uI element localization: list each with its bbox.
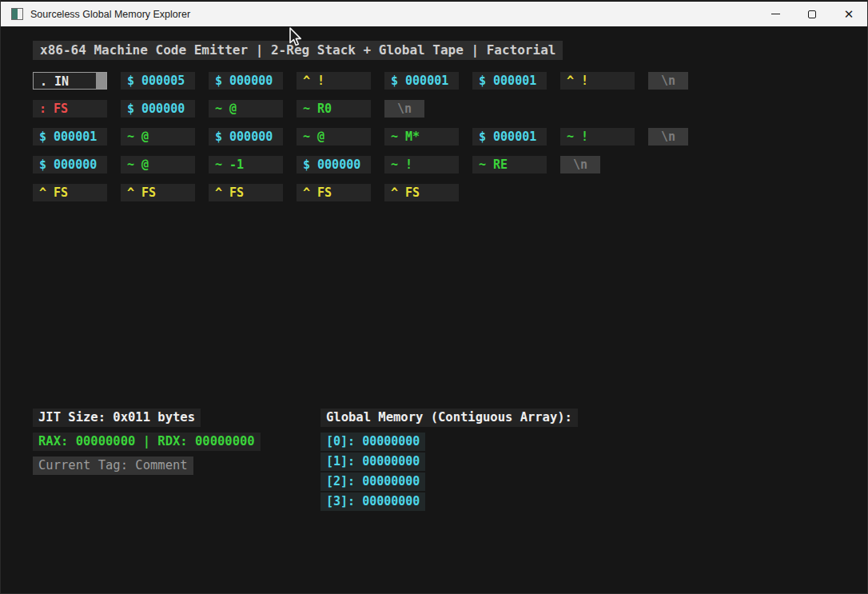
token-text: $ 000000 (215, 130, 273, 144)
token-text: ~ @ (215, 102, 237, 116)
token-cell[interactable]: ^ FS (384, 184, 459, 201)
window-title: Sourceless Global Memory Explorer (30, 9, 757, 20)
token-text: ^ ! (567, 74, 588, 88)
newline-token[interactable]: \n (648, 72, 688, 90)
token-text: . IN (40, 74, 69, 89)
token-cell[interactable]: ^ FS (209, 184, 283, 201)
token-text: : FS (39, 102, 68, 116)
token-cell[interactable]: $ 000005 (121, 72, 195, 90)
minimize-button[interactable] (757, 2, 794, 26)
memory-entry: [1]: 00000000 (321, 452, 425, 471)
token-row: $ 000001~ @$ 000000~ @~ M*$ 000001~ !\n (33, 128, 688, 146)
token-cell[interactable]: $ 000000 (33, 156, 107, 173)
token-text: $ 000001 (479, 74, 536, 88)
token-text: ~ RE (479, 157, 508, 172)
token-cell[interactable]: : FS (33, 100, 107, 118)
token-cell[interactable]: ~ @ (121, 156, 195, 173)
token-text: ^ FS (391, 185, 420, 200)
newline-token[interactable]: \n (384, 100, 424, 118)
token-cell[interactable]: ~ M* (384, 128, 459, 146)
token-row: $ 000000~ @~ -1$ 000000~ !~ RE\n (33, 156, 688, 173)
token-cell[interactable]: ^ FS (33, 184, 107, 201)
token-cell[interactable]: $ 000001 (472, 72, 547, 90)
token-text: ~ @ (127, 130, 149, 144)
memory-entry: [0]: 00000000 (321, 433, 425, 451)
token-cell[interactable]: $ 000001 (384, 72, 459, 90)
token-text: $ 000001 (39, 130, 97, 144)
token-text: $ 000001 (391, 74, 448, 88)
newline-token[interactable]: \n (560, 156, 600, 173)
token-text: \n (661, 130, 675, 144)
token-text: $ 000001 (479, 130, 536, 144)
token-text: \n (573, 157, 587, 172)
token-text: \n (397, 102, 412, 116)
token-cell[interactable]: ~ ! (384, 156, 459, 173)
token-text: $ 000000 (127, 102, 185, 116)
token-text: $ 000005 (127, 74, 185, 88)
token-text: ^ FS (215, 185, 244, 200)
titlebar[interactable]: Sourceless Global Memory Explorer ✕ (1, 1, 867, 26)
token-text: ~ ! (391, 157, 412, 172)
newline-token[interactable]: \n (648, 128, 688, 146)
token-cell[interactable]: $ 000000 (121, 100, 195, 118)
token-cell[interactable]: $ 000001 (472, 128, 547, 146)
token-grid: . IN$ 000005$ 000000^ !$ 000001$ 000001^… (33, 72, 688, 201)
token-cell[interactable]: ~ @ (121, 128, 195, 146)
token-text: $ 000000 (215, 74, 273, 88)
token-text: ^ ! (303, 74, 325, 88)
jit-size-label: JIT Size: 0x011 bytes (33, 409, 201, 427)
current-tag-label: Current Tag: Comment (33, 456, 193, 475)
token-cell[interactable]: ~ @ (209, 100, 283, 118)
token-cell[interactable]: ^ ! (297, 72, 371, 90)
token-text: ~ M* (391, 130, 420, 144)
token-cell[interactable]: ~ -1 (209, 156, 283, 173)
token-cell[interactable]: ^ ! (560, 72, 635, 90)
token-row: . IN$ 000005$ 000000^ !$ 000001$ 000001^… (33, 72, 688, 90)
edit-cursor-block (96, 73, 106, 89)
token-text: \n (661, 74, 675, 88)
token-text: ^ FS (39, 185, 68, 200)
app-window: Sourceless Global Memory Explorer ✕ x86-… (0, 0, 868, 594)
token-text: ~ @ (303, 130, 325, 144)
token-cell[interactable]: ~ ! (560, 128, 635, 146)
token-text: ~ R0 (303, 102, 332, 116)
token-cell[interactable]: $ 000001 (33, 128, 107, 146)
token-cell[interactable]: $ 000000 (297, 156, 371, 173)
close-button[interactable]: ✕ (830, 2, 867, 26)
registers-label: RAX: 00000000 | RDX: 00000000 (33, 433, 261, 451)
token-cell[interactable]: ~ @ (297, 128, 371, 146)
token-row: : FS$ 000000~ @~ R0\n (33, 100, 688, 118)
token-cell[interactable]: ^ FS (121, 184, 195, 201)
token-cell[interactable]: ^ FS (297, 184, 371, 201)
token-cell[interactable]: $ 000000 (209, 72, 283, 90)
close-icon: ✕ (844, 8, 854, 20)
token-text: ~ ! (567, 130, 588, 144)
token-cell[interactable]: ~ RE (472, 156, 547, 173)
token-cell[interactable]: $ 000000 (209, 128, 283, 146)
token-text: ~ @ (127, 157, 149, 172)
token-text: ^ FS (127, 185, 156, 200)
maximize-icon (808, 10, 816, 18)
token-text: ^ FS (303, 185, 332, 200)
window-controls: ✕ (757, 2, 867, 26)
page-title: x86-64 Machine Code Emitter | 2-Reg Stac… (33, 41, 563, 60)
token-row: ^ FS^ FS^ FS^ FS^ FS (33, 184, 688, 201)
token-text: $ 000000 (303, 157, 360, 172)
memory-entry: [3]: 00000000 (321, 492, 425, 511)
global-memory-title: Global Memory (Contiguous Array): (321, 409, 578, 427)
minimize-icon (771, 14, 780, 14)
content-area: x86-64 Machine Code Emitter | 2-Reg Stac… (1, 26, 867, 593)
token-cell[interactable]: ~ R0 (297, 100, 371, 118)
maximize-button[interactable] (794, 2, 830, 26)
memory-entry: [2]: 00000000 (321, 472, 425, 491)
app-icon (11, 8, 23, 20)
token-text: ~ -1 (215, 157, 244, 172)
token-text: $ 000000 (39, 157, 97, 172)
token-cell-selected[interactable]: . IN (33, 72, 107, 90)
